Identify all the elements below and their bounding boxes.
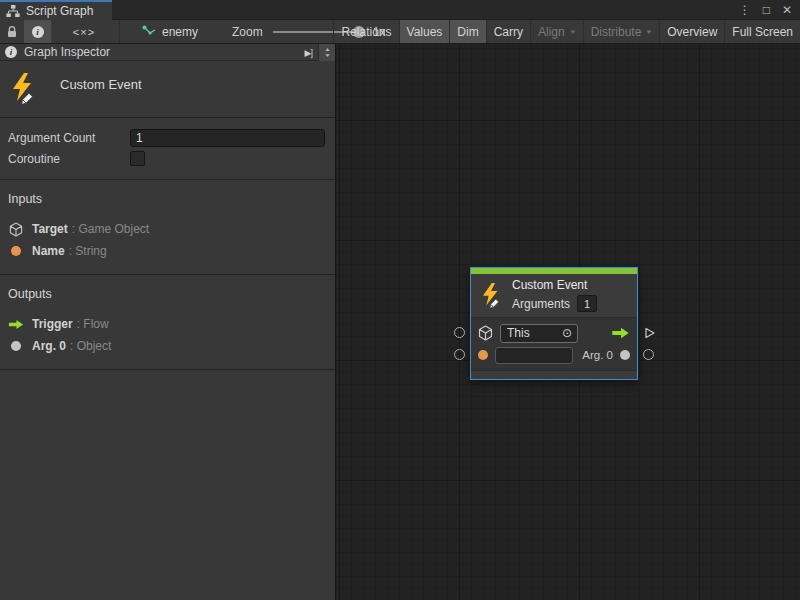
cube-icon <box>8 222 24 237</box>
node-name-input[interactable] <box>495 347 573 364</box>
coroutine-checkbox[interactable] <box>130 151 145 166</box>
flow-arrow-icon <box>8 319 24 330</box>
node-output-port-trigger[interactable] <box>643 326 656 344</box>
string-dot-icon <box>478 350 488 360</box>
full-screen-button[interactable]: Full Screen <box>724 20 800 43</box>
output-row-trigger: Trigger : Flow <box>8 313 325 335</box>
object-dot-icon <box>8 341 24 351</box>
window-tab-bar: Script Graph ⋮ □ ✕ <box>0 0 800 20</box>
spinner-down-icon[interactable]: ▼ <box>324 53 331 58</box>
tab-script-graph[interactable]: Script Graph <box>0 0 112 20</box>
values-button[interactable]: Values <box>399 20 450 43</box>
input-row-name: Name : String <box>8 240 325 262</box>
info-icon: i <box>32 26 44 38</box>
overview-button[interactable]: Overview <box>659 20 724 43</box>
align-button[interactable]: Align ▼ <box>530 20 583 43</box>
node-row-target: This ⊙ <box>478 322 630 344</box>
toolbar-left-cluster: i <×> enemy Zoom 1x <box>0 20 385 43</box>
unit-summary: Custom Event <box>0 61 335 118</box>
unit-title: Custom Event <box>60 77 142 92</box>
unit-settings: Argument Count Coroutine <box>0 118 335 180</box>
flow-arrow-icon <box>611 327 630 339</box>
outputs-title: Outputs <box>8 287 325 301</box>
graph-toolbar: i <×> enemy Zoom 1x Relations Val <box>0 20 800 44</box>
output-row-arg0: Arg. 0 : Object <box>8 335 325 357</box>
window-menu-icon[interactable]: ⋮ <box>739 4 751 16</box>
zoom-label: Zoom <box>232 25 263 39</box>
node-input-port-name[interactable] <box>454 349 465 360</box>
inputs-section: Inputs Target : Game Object Name : Strin… <box>0 180 335 275</box>
object-dot-icon <box>620 350 630 360</box>
node-header[interactable]: Custom Event Arguments 1 <box>471 274 637 317</box>
node-output-port-arg0[interactable] <box>643 349 654 360</box>
outputs-section: Outputs Trigger : Flow Arg. 0 : Object <box>0 275 335 370</box>
toolbar-right-cluster: Relations Values Dim Carry Align ▼ Distr… <box>333 20 800 43</box>
argument-count-label: Argument Count <box>8 131 130 145</box>
graph-icon <box>142 25 156 38</box>
custom-event-icon <box>479 282 503 308</box>
coroutine-label: Coroutine <box>8 152 130 166</box>
graph-breadcrumb[interactable]: enemy <box>142 25 198 39</box>
info-icon: i <box>5 46 17 58</box>
script-graph-icon <box>6 5 20 18</box>
custom-event-node[interactable]: Custom Event Arguments 1 This ⊙ <box>470 267 638 380</box>
string-dot-icon <box>8 246 24 256</box>
node-body: This ⊙ Arg. 0 <box>471 317 637 371</box>
relations-button[interactable]: Relations <box>333 20 398 43</box>
tab-label: Script Graph <box>26 4 93 18</box>
toolbar-separator <box>119 20 120 43</box>
cube-icon <box>478 325 493 341</box>
node-arg0-label: Arg. 0 <box>582 349 613 361</box>
node-target-value: This <box>507 326 530 340</box>
node-arguments-label: Arguments <box>512 297 570 311</box>
graph-inspector-title: Graph Inspector <box>24 45 110 59</box>
graph-inspector-header: i Graph Inspector ▶] ▲ ▼ <box>0 44 335 61</box>
lock-icon <box>6 25 18 38</box>
panel-scroll-spinner[interactable]: ▲ ▼ <box>318 44 335 61</box>
argument-count-input[interactable] <box>130 129 325 147</box>
code-preview-button[interactable]: <×> <box>63 20 105 43</box>
carry-button[interactable]: Carry <box>486 20 530 43</box>
node-row-arg0: Arg. 0 <box>478 344 630 366</box>
lock-button[interactable] <box>0 20 24 43</box>
node-title: Custom Event <box>512 278 597 292</box>
graph-inspector-panel: i Graph Inspector ▶] ▲ ▼ Custom Event Ar… <box>0 44 336 600</box>
graph-canvas[interactable]: Custom Event Arguments 1 This ⊙ <box>336 44 800 600</box>
window-close-icon[interactable]: ✕ <box>782 4 792 16</box>
window-maximize-icon[interactable]: □ <box>763 4 770 16</box>
inputs-title: Inputs <box>8 192 325 206</box>
custom-event-icon <box>8 72 38 104</box>
input-row-target: Target : Game Object <box>8 218 325 240</box>
node-target-dropdown[interactable]: This ⊙ <box>500 324 578 343</box>
window-controls: ⋮ □ ✕ <box>739 0 792 20</box>
graph-name: enemy <box>162 25 198 39</box>
coroutine-row: Coroutine <box>8 148 325 169</box>
distribute-button[interactable]: Distribute ▼ <box>583 20 660 43</box>
object-picker-icon[interactable]: ⊙ <box>562 327 572 339</box>
inspector-toggle-button[interactable]: i <box>24 20 51 43</box>
chevron-down-icon: ▼ <box>645 29 653 35</box>
dim-button[interactable]: Dim <box>449 20 485 43</box>
dock-panel-icon[interactable]: ▶] <box>305 48 312 58</box>
chevron-down-icon: ▼ <box>569 29 577 35</box>
argument-count-row: Argument Count <box>8 127 325 148</box>
node-arguments-value[interactable]: 1 <box>577 295 597 312</box>
node-input-port-target[interactable] <box>454 327 465 338</box>
node-footer <box>471 371 637 379</box>
code-icon: <×> <box>73 26 95 38</box>
